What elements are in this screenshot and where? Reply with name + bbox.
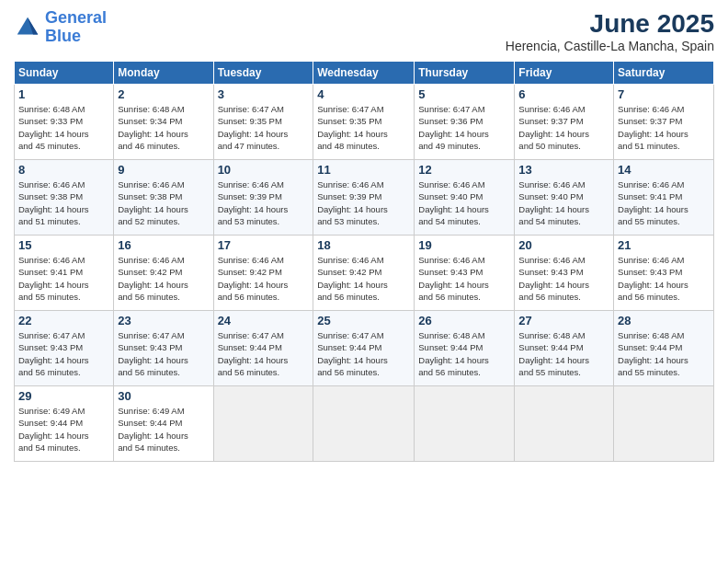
header: General Blue June 2025 Herencia, Castill… bbox=[14, 9, 714, 53]
calendar-cell: 13 Sunrise: 6:46 AMSunset: 9:40 PMDaylig… bbox=[515, 160, 614, 236]
calendar-week-1: 1 Sunrise: 6:48 AMSunset: 9:33 PMDayligh… bbox=[15, 85, 714, 160]
day-number: 28 bbox=[618, 314, 710, 327]
day-detail: Sunrise: 6:46 AMSunset: 9:39 PMDaylight:… bbox=[218, 179, 289, 226]
calendar-cell: 9 Sunrise: 6:46 AMSunset: 9:38 PMDayligh… bbox=[114, 160, 213, 236]
calendar-cell: 8 Sunrise: 6:46 AMSunset: 9:38 PMDayligh… bbox=[15, 160, 114, 236]
calendar-cell: 15 Sunrise: 6:46 AMSunset: 9:41 PMDaylig… bbox=[15, 236, 114, 311]
calendar-header-row: SundayMondayTuesdayWednesdayThursdayFrid… bbox=[15, 62, 714, 85]
day-number: 1 bbox=[18, 87, 109, 101]
logo-line1: General bbox=[45, 8, 107, 27]
calendar-cell: 22 Sunrise: 6:47 AMSunset: 9:43 PMDaylig… bbox=[15, 311, 114, 386]
weekday-header-friday: Friday bbox=[515, 62, 614, 85]
day-number: 6 bbox=[518, 87, 609, 101]
calendar-cell: 6 Sunrise: 6:46 AMSunset: 9:37 PMDayligh… bbox=[515, 85, 614, 160]
day-number: 17 bbox=[218, 238, 310, 252]
calendar-cell: 2 Sunrise: 6:48 AMSunset: 9:34 PMDayligh… bbox=[114, 85, 213, 160]
day-number: 15 bbox=[18, 238, 109, 252]
weekday-header-monday: Monday bbox=[114, 62, 213, 85]
calendar-cell: 30 Sunrise: 6:49 AMSunset: 9:44 PMDaylig… bbox=[114, 386, 213, 462]
calendar-cell: 10 Sunrise: 6:46 AMSunset: 9:39 PMDaylig… bbox=[213, 160, 313, 236]
day-detail: Sunrise: 6:49 AMSunset: 9:44 PMDaylight:… bbox=[118, 406, 188, 453]
calendar-cell: 20 Sunrise: 6:46 AMSunset: 9:43 PMDaylig… bbox=[515, 236, 614, 311]
day-number: 26 bbox=[418, 314, 510, 327]
logo-text: General Blue bbox=[45, 9, 107, 46]
day-detail: Sunrise: 6:46 AMSunset: 9:41 PMDaylight:… bbox=[618, 179, 688, 226]
day-detail: Sunrise: 6:46 AMSunset: 9:43 PMDaylight:… bbox=[618, 255, 688, 302]
calendar-cell: 19 Sunrise: 6:46 AMSunset: 9:43 PMDaylig… bbox=[415, 236, 515, 311]
day-detail: Sunrise: 6:47 AMSunset: 9:35 PMDaylight:… bbox=[317, 104, 388, 151]
day-number: 14 bbox=[618, 163, 710, 177]
day-number: 20 bbox=[518, 238, 609, 252]
day-detail: Sunrise: 6:48 AMSunset: 9:33 PMDaylight:… bbox=[18, 104, 89, 151]
day-number: 2 bbox=[118, 87, 209, 101]
calendar-cell: 25 Sunrise: 6:47 AMSunset: 9:44 PMDaylig… bbox=[313, 311, 415, 386]
day-detail: Sunrise: 6:47 AMSunset: 9:44 PMDaylight:… bbox=[218, 330, 289, 377]
day-detail: Sunrise: 6:47 AMSunset: 9:35 PMDaylight:… bbox=[218, 104, 289, 151]
day-number: 29 bbox=[18, 389, 109, 403]
weekday-header-thursday: Thursday bbox=[415, 62, 515, 85]
day-detail: Sunrise: 6:46 AMSunset: 9:42 PMDaylight:… bbox=[118, 255, 188, 302]
calendar-cell: 18 Sunrise: 6:46 AMSunset: 9:42 PMDaylig… bbox=[313, 236, 415, 311]
day-number: 25 bbox=[317, 314, 410, 327]
day-detail: Sunrise: 6:46 AMSunset: 9:39 PMDaylight:… bbox=[317, 179, 388, 226]
weekday-header-sunday: Sunday bbox=[15, 62, 114, 85]
day-number: 16 bbox=[118, 238, 209, 252]
day-number: 10 bbox=[218, 163, 310, 177]
day-detail: Sunrise: 6:47 AMSunset: 9:43 PMDaylight:… bbox=[18, 330, 89, 377]
calendar-week-2: 8 Sunrise: 6:46 AMSunset: 9:38 PMDayligh… bbox=[15, 160, 714, 236]
day-detail: Sunrise: 6:48 AMSunset: 9:44 PMDaylight:… bbox=[418, 330, 489, 377]
day-number: 11 bbox=[317, 163, 410, 177]
calendar-body: 1 Sunrise: 6:48 AMSunset: 9:33 PMDayligh… bbox=[15, 85, 714, 462]
day-number: 27 bbox=[518, 314, 609, 327]
calendar-cell: 29 Sunrise: 6:49 AMSunset: 9:44 PMDaylig… bbox=[15, 386, 114, 462]
day-number: 21 bbox=[618, 238, 710, 252]
calendar-cell bbox=[515, 386, 614, 462]
day-number: 9 bbox=[118, 163, 209, 177]
calendar-week-3: 15 Sunrise: 6:46 AMSunset: 9:41 PMDaylig… bbox=[15, 236, 714, 311]
title-block: June 2025 Herencia, Castille-La Mancha, … bbox=[506, 9, 714, 53]
day-number: 22 bbox=[18, 314, 109, 327]
page: General Blue June 2025 Herencia, Castill… bbox=[0, 0, 728, 563]
day-detail: Sunrise: 6:48 AMSunset: 9:44 PMDaylight:… bbox=[518, 330, 589, 377]
calendar-cell: 24 Sunrise: 6:47 AMSunset: 9:44 PMDaylig… bbox=[213, 311, 313, 386]
day-number: 12 bbox=[418, 163, 510, 177]
day-detail: Sunrise: 6:46 AMSunset: 9:37 PMDaylight:… bbox=[518, 104, 589, 151]
calendar-cell: 1 Sunrise: 6:48 AMSunset: 9:33 PMDayligh… bbox=[15, 85, 114, 160]
day-detail: Sunrise: 6:48 AMSunset: 9:44 PMDaylight:… bbox=[618, 330, 688, 377]
day-detail: Sunrise: 6:48 AMSunset: 9:34 PMDaylight:… bbox=[118, 104, 188, 151]
calendar-week-5: 29 Sunrise: 6:49 AMSunset: 9:44 PMDaylig… bbox=[15, 386, 714, 462]
day-detail: Sunrise: 6:47 AMSunset: 9:36 PMDaylight:… bbox=[418, 104, 489, 151]
logo: General Blue bbox=[14, 9, 107, 46]
day-number: 4 bbox=[317, 87, 410, 101]
calendar-cell bbox=[213, 386, 313, 462]
calendar-cell: 12 Sunrise: 6:46 AMSunset: 9:40 PMDaylig… bbox=[415, 160, 515, 236]
day-number: 23 bbox=[118, 314, 209, 327]
day-detail: Sunrise: 6:46 AMSunset: 9:40 PMDaylight:… bbox=[518, 179, 589, 226]
day-detail: Sunrise: 6:46 AMSunset: 9:38 PMDaylight:… bbox=[18, 179, 89, 226]
calendar-cell: 17 Sunrise: 6:46 AMSunset: 9:42 PMDaylig… bbox=[213, 236, 313, 311]
day-detail: Sunrise: 6:46 AMSunset: 9:37 PMDaylight:… bbox=[618, 104, 688, 151]
calendar-cell: 5 Sunrise: 6:47 AMSunset: 9:36 PMDayligh… bbox=[415, 85, 515, 160]
logo-icon bbox=[14, 14, 41, 41]
day-number: 30 bbox=[118, 389, 209, 403]
calendar-cell: 26 Sunrise: 6:48 AMSunset: 9:44 PMDaylig… bbox=[415, 311, 515, 386]
calendar-cell: 23 Sunrise: 6:47 AMSunset: 9:43 PMDaylig… bbox=[114, 311, 213, 386]
calendar-cell: 7 Sunrise: 6:46 AMSunset: 9:37 PMDayligh… bbox=[614, 85, 714, 160]
day-number: 18 bbox=[317, 238, 410, 252]
day-detail: Sunrise: 6:47 AMSunset: 9:43 PMDaylight:… bbox=[118, 330, 188, 377]
calendar-cell: 3 Sunrise: 6:47 AMSunset: 9:35 PMDayligh… bbox=[213, 85, 313, 160]
calendar-cell: 21 Sunrise: 6:46 AMSunset: 9:43 PMDaylig… bbox=[614, 236, 714, 311]
day-number: 8 bbox=[18, 163, 109, 177]
calendar-cell: 14 Sunrise: 6:46 AMSunset: 9:41 PMDaylig… bbox=[614, 160, 714, 236]
calendar-cell bbox=[614, 386, 714, 462]
day-detail: Sunrise: 6:47 AMSunset: 9:44 PMDaylight:… bbox=[317, 330, 388, 377]
subtitle: Herencia, Castille-La Mancha, Spain bbox=[506, 39, 714, 53]
day-detail: Sunrise: 6:46 AMSunset: 9:43 PMDaylight:… bbox=[518, 255, 589, 302]
calendar-cell: 28 Sunrise: 6:48 AMSunset: 9:44 PMDaylig… bbox=[614, 311, 714, 386]
day-detail: Sunrise: 6:46 AMSunset: 9:42 PMDaylight:… bbox=[317, 255, 388, 302]
day-detail: Sunrise: 6:46 AMSunset: 9:40 PMDaylight:… bbox=[418, 179, 489, 226]
day-detail: Sunrise: 6:46 AMSunset: 9:38 PMDaylight:… bbox=[118, 179, 188, 226]
day-detail: Sunrise: 6:46 AMSunset: 9:42 PMDaylight:… bbox=[218, 255, 289, 302]
calendar-cell bbox=[415, 386, 515, 462]
day-number: 5 bbox=[418, 87, 510, 101]
